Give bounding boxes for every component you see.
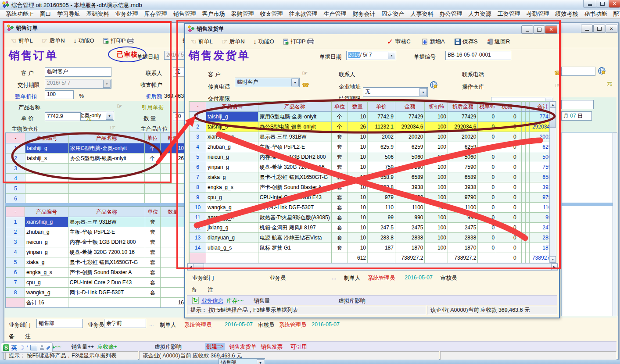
app-close-button[interactable]: ✕ bbox=[609, 0, 620, 8]
table-cell[interactable] bbox=[526, 112, 530, 122]
dropdown-icon[interactable]: ▼ bbox=[257, 359, 264, 364]
discount-field[interactable]: 100 bbox=[45, 90, 74, 99]
scroll-down-icon[interactable]: ▼ bbox=[550, 256, 556, 263]
sales-qty-link[interactable]: 销售量++ bbox=[71, 343, 94, 351]
table-cell[interactable] bbox=[522, 223, 526, 233]
table-cell[interactable]: 979 bbox=[367, 193, 395, 203]
table-cell[interactable]: 2475 bbox=[395, 223, 425, 233]
table-cell[interactable]: engka_g_s bbox=[25, 268, 68, 278]
menu-item[interactable]: 库存管理 bbox=[141, 10, 170, 18]
contact-combo[interactable]: 无▼ bbox=[363, 87, 428, 97]
table-cell[interactable] bbox=[518, 203, 522, 213]
table-cell[interactable]: 套 bbox=[145, 257, 161, 268]
table-cell[interactable]: 套 bbox=[145, 247, 161, 257]
after-discount-label[interactable]: 折后额 bbox=[146, 93, 162, 100]
table-cell[interactable] bbox=[206, 253, 258, 263]
table-cell[interactable]: 家用G型电脑-金奥-onlyit bbox=[258, 112, 331, 122]
delivery-close-button[interactable]: ✕ bbox=[545, 25, 557, 34]
table-cell[interactable] bbox=[331, 253, 348, 263]
table-cell[interactable]: 5 bbox=[6, 184, 25, 194]
table-cell[interactable]: 家用G型电脑-金奥-onlyit bbox=[68, 143, 144, 153]
table-cell[interactable]: 5060 bbox=[395, 152, 425, 162]
table-cell[interactable] bbox=[526, 223, 530, 233]
table-cell[interactable]: 110 bbox=[367, 203, 395, 213]
table-cell[interactable]: 10 bbox=[348, 152, 368, 162]
table-cell[interactable]: 3938 bbox=[448, 182, 478, 193]
table-cell[interactable]: 0 bbox=[496, 253, 518, 263]
table-cell[interactable] bbox=[526, 203, 530, 213]
table-cell[interactable]: 0 bbox=[496, 223, 518, 233]
table-cell[interactable]: 机箱-金河田 飓风II 8197 bbox=[258, 223, 331, 233]
scroll-left-icon[interactable]: ◀ bbox=[187, 264, 194, 270]
table-cell[interactable]: taishiji_g bbox=[206, 112, 258, 122]
table-cell[interactable]: 292034.6 bbox=[448, 122, 478, 132]
delivery-date-field[interactable]: 2016/ 5/ 7▼ bbox=[346, 51, 396, 60]
dropdown-icon[interactable]: ▼ bbox=[103, 80, 111, 88]
table-cell[interactable] bbox=[160, 184, 185, 194]
table-cell[interactable]: 网卡-D-Link DGE-530T bbox=[68, 288, 145, 298]
table-cell[interactable]: 7590 bbox=[448, 162, 478, 172]
customer-field[interactable]: 临时客户 bbox=[45, 67, 111, 77]
table-cell[interactable]: cpu_g bbox=[25, 278, 68, 288]
table-cell[interactable]: 0 bbox=[496, 213, 518, 223]
table-cell[interactable]: 主板-华硕 P5PL2-E bbox=[68, 227, 145, 237]
table-cell[interactable] bbox=[145, 194, 161, 204]
table-cell[interactable]: 6259 bbox=[395, 142, 425, 152]
table-cell[interactable]: 2 bbox=[6, 227, 25, 237]
table-cell[interactable]: 6589 bbox=[448, 172, 478, 182]
globe-icon[interactable] bbox=[598, 67, 606, 75]
picker-hand-icon[interactable]: ☞ bbox=[555, 82, 560, 89]
menu-item[interactable]: 固定资产 bbox=[379, 10, 408, 18]
table-cell[interactable]: 4 bbox=[6, 247, 25, 257]
table-cell[interactable]: 声卡-创新 Sound Blaster A bbox=[68, 268, 145, 278]
table-cell[interactable] bbox=[526, 162, 530, 172]
table-cell[interactable] bbox=[522, 132, 526, 142]
table-cell[interactable]: 0 bbox=[496, 203, 518, 213]
table-cell[interactable]: 显示器-三星 931BW bbox=[68, 217, 145, 227]
table-cell[interactable]: 显卡-七彩虹 镭风X1650GT-G bbox=[258, 172, 331, 182]
table-cell[interactable] bbox=[160, 164, 185, 174]
table-cell[interactable] bbox=[518, 223, 522, 233]
table-cell[interactable] bbox=[522, 142, 526, 152]
table-cell[interactable]: 77429 bbox=[448, 112, 478, 122]
table-cell[interactable]: 100 bbox=[425, 162, 448, 172]
table-cell[interactable] bbox=[518, 132, 522, 142]
table-cell[interactable]: 套 bbox=[331, 152, 348, 162]
table-cell[interactable]: 100 bbox=[425, 142, 448, 152]
table-cell[interactable]: 套 bbox=[145, 227, 161, 237]
table-cell[interactable]: jixiang_g bbox=[206, 223, 258, 233]
table-cell[interactable]: 9 bbox=[190, 193, 206, 203]
table-cell[interactable] bbox=[526, 233, 530, 243]
menu-item[interactable]: 人力资源 bbox=[466, 10, 495, 18]
receivable-link[interactable]: 应收账+ bbox=[97, 343, 117, 351]
table-cell[interactable]: 7 bbox=[6, 278, 25, 288]
app-minimize-button[interactable] bbox=[583, 0, 596, 8]
create-invoice-link[interactable]: 销售发票 bbox=[261, 343, 283, 351]
table-cell[interactable]: 套 bbox=[145, 268, 161, 278]
table-cell[interactable]: 套 bbox=[145, 217, 161, 227]
table-cell[interactable]: 1100 bbox=[395, 203, 425, 213]
table-cell[interactable]: zhuban_g bbox=[206, 142, 258, 152]
table-cell[interactable]: 2 bbox=[190, 122, 206, 132]
table-cell[interactable] bbox=[6, 298, 25, 308]
table-cell[interactable] bbox=[522, 213, 526, 223]
table-cell[interactable] bbox=[522, 172, 526, 182]
table-cell[interactable]: 0 bbox=[496, 243, 518, 253]
doc-number-field[interactable]: BB-16-05-07-0001 bbox=[445, 51, 511, 60]
discount-label[interactable]: 整单折扣 bbox=[15, 93, 37, 100]
picker-hand-icon[interactable]: ☞ bbox=[302, 70, 308, 76]
table-cell[interactable]: 77429 bbox=[395, 112, 425, 122]
table-cell[interactable]: 主板-华硕 P5PL2-E bbox=[258, 142, 331, 152]
picker-hand-icon[interactable]: ☞ bbox=[110, 124, 115, 131]
table-cell[interactable]: 硬盘-希捷 320G 7200.10 16 bbox=[258, 162, 331, 172]
more-button[interactable]: ... bbox=[332, 275, 336, 281]
table-cell[interactable]: yinpan_g bbox=[25, 247, 68, 257]
quote-doc-label[interactable]: 引用单据 bbox=[142, 104, 164, 111]
table-cell[interactable]: anreqi_g_s bbox=[206, 213, 258, 223]
table-cell[interactable]: 0 bbox=[478, 213, 496, 223]
table-cell[interactable]: 14 bbox=[190, 243, 206, 253]
table-cell[interactable]: 10 bbox=[348, 233, 368, 243]
table-cell[interactable]: cpu_g bbox=[206, 193, 258, 203]
table-cell[interactable]: wangka_g bbox=[206, 203, 258, 213]
table-cell[interactable]: 0 bbox=[496, 162, 518, 172]
